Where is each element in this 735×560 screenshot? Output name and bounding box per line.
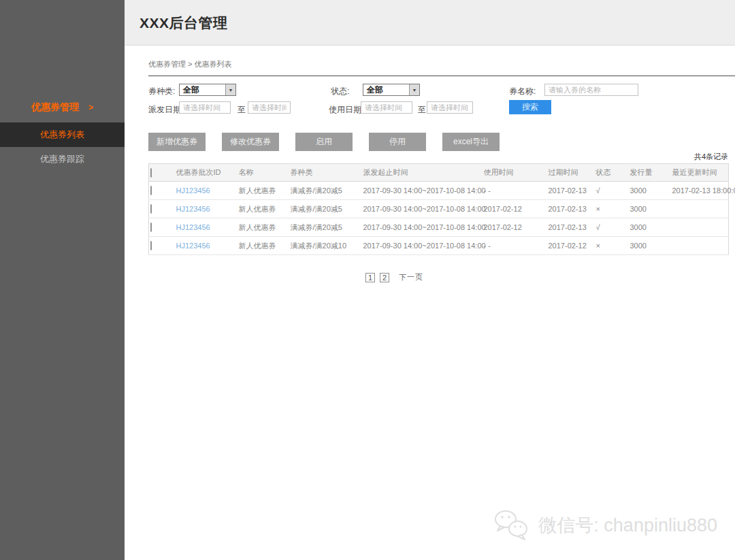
expire-time-cell: 2017-02-13 bbox=[547, 182, 595, 200]
column-header: 券种类 bbox=[289, 164, 362, 182]
status-cell: × bbox=[595, 200, 629, 218]
column-header: 使用时间 bbox=[483, 164, 547, 182]
chevron-down-icon: ▼ bbox=[225, 84, 235, 95]
coupon-table-body: HJ123456 新人优惠券 满减券/满20减5 2017-09-30 14:0… bbox=[149, 182, 729, 255]
row-checkbox-cell bbox=[149, 218, 175, 237]
table-row: HJ123456 新人优惠券 满减券/满20减10 2017-09-30 14:… bbox=[149, 237, 729, 255]
row-checkbox[interactable] bbox=[150, 241, 152, 250]
coupon-batch-id-link[interactable]: HJ123456 bbox=[175, 182, 238, 200]
status-cell: √ bbox=[595, 218, 629, 237]
dispatch-period-cell: 2017-09-30 14:00~2017-10-08 14:00 bbox=[362, 200, 483, 218]
dispatch-period-cell: 2017-09-30 14:00~2017-10-08 14:00 bbox=[362, 218, 483, 237]
page-title: XXX后台管理 bbox=[125, 0, 735, 33]
coupon-name-input[interactable] bbox=[544, 84, 638, 96]
coupon-batch-id-link[interactable]: HJ123456 bbox=[175, 200, 238, 218]
coupon-type-cell: 满减券/满20减5 bbox=[289, 182, 362, 200]
record-count: 共4条记录 bbox=[125, 152, 728, 162]
use-time-cell: 2017-02-12 bbox=[483, 218, 547, 237]
coupon-type-cell: 满减券/满20减10 bbox=[289, 237, 362, 255]
last-updated-cell bbox=[671, 218, 729, 237]
page-number-group: 12 bbox=[365, 273, 389, 282]
table-row: HJ123456 新人优惠券 满减券/满20减5 2017-09-30 14:0… bbox=[149, 200, 729, 218]
use-date-from-input[interactable] bbox=[361, 101, 412, 114]
last-updated-cell bbox=[671, 237, 729, 255]
coupon-name-cell: 新人优惠券 bbox=[238, 218, 289, 237]
row-checkbox-cell bbox=[149, 182, 175, 200]
expire-time-cell: 2017-02-13 bbox=[547, 200, 595, 218]
dispatch-date-to-label: 至 bbox=[238, 104, 246, 116]
breadcrumb-divider bbox=[148, 76, 735, 76]
coupon-type-label: 券种类: bbox=[148, 86, 175, 97]
action-button[interactable]: excel导出 bbox=[442, 133, 500, 151]
dispatch-period-cell: 2017-09-30 14:00~2017-10-08 14:00 bbox=[362, 182, 483, 200]
use-time-cell: 2017-02-12 bbox=[483, 200, 547, 218]
use-time-cell: - - bbox=[483, 182, 547, 200]
use-date-label: 使用日期: bbox=[329, 104, 363, 116]
sidebar-item-coupon-list[interactable]: 优惠券列表 bbox=[0, 122, 125, 147]
action-button-row: 新增优惠券修改优惠券启用停用excel导出 bbox=[148, 133, 735, 151]
pagination: 12 下一页 bbox=[89, 272, 700, 282]
watermark: 微信号: chanpinliu880 bbox=[492, 508, 717, 542]
column-header: 过期时间 bbox=[547, 164, 595, 182]
coupon-table: 优惠券批次ID名称券种类派发起止时间使用时间过期时间状态发行量最近更新时间 HJ… bbox=[148, 163, 728, 255]
column-header: 优惠券批次ID bbox=[175, 164, 238, 182]
status-value: 全部 bbox=[363, 84, 409, 96]
table-row: HJ123456 新人优惠券 满减券/满20减5 2017-09-30 14:0… bbox=[149, 218, 729, 237]
coupon-name-label: 券名称: bbox=[509, 86, 536, 97]
action-button[interactable]: 启用 bbox=[295, 133, 353, 151]
issue-volume-cell: 3000 bbox=[629, 200, 671, 218]
select-all-checkbox[interactable] bbox=[150, 168, 152, 178]
dispatch-date-label: 派发日期: bbox=[148, 104, 183, 116]
page-number-button[interactable]: 2 bbox=[380, 273, 389, 282]
coupon-batch-id-link[interactable]: HJ123456 bbox=[175, 218, 238, 237]
dispatch-date-to-input[interactable] bbox=[248, 101, 291, 114]
search-button[interactable]: 搜索 bbox=[509, 100, 551, 114]
row-checkbox[interactable] bbox=[150, 223, 152, 232]
sidebar-item-coupon-tracking[interactable]: 优惠券跟踪 bbox=[0, 147, 125, 171]
table-header-row: 优惠券批次ID名称券种类派发起止时间使用时间过期时间状态发行量最近更新时间 bbox=[149, 164, 729, 182]
column-header: 派发起止时间 bbox=[362, 164, 483, 182]
last-updated-cell: 2017-02-13 18:00:00 bbox=[671, 182, 729, 200]
dispatch-date-from-input[interactable] bbox=[179, 101, 231, 114]
issue-volume-cell: 3000 bbox=[629, 182, 671, 200]
main-content: 优惠券管理 > 优惠券列表 券种类: 全部 ▼ 状态: 全部 ▼ 券名称: 派发… bbox=[125, 59, 735, 282]
row-checkbox[interactable] bbox=[150, 204, 152, 214]
coupon-name-cell: 新人优惠券 bbox=[238, 182, 289, 200]
coupon-type-cell: 满减券/满20减5 bbox=[289, 200, 362, 218]
action-button[interactable]: 修改优惠券 bbox=[222, 133, 279, 151]
issue-volume-cell: 3000 bbox=[629, 237, 671, 255]
coupon-batch-id-link[interactable]: HJ123456 bbox=[175, 237, 238, 255]
breadcrumb: 优惠券管理 > 优惠券列表 bbox=[148, 59, 735, 69]
status-label: 状态: bbox=[331, 86, 349, 97]
app-header: XXX后台管理 bbox=[125, 0, 735, 46]
next-page-button[interactable]: 下一页 bbox=[399, 272, 423, 282]
coupon-type-select[interactable]: 全部 ▼ bbox=[179, 84, 236, 96]
column-header: 状态 bbox=[595, 164, 629, 182]
table-row: HJ123456 新人优惠券 满减券/满20减5 2017-09-30 14:0… bbox=[149, 182, 729, 200]
expire-time-cell: 2017-02-12 bbox=[547, 237, 595, 255]
row-checkbox[interactable] bbox=[150, 186, 152, 195]
status-cell: × bbox=[595, 237, 629, 255]
sidebar-item-coupon-management[interactable]: 优惠券管理 > bbox=[0, 101, 125, 114]
chevron-right-icon: > bbox=[88, 103, 93, 112]
wechat-icon bbox=[492, 508, 532, 542]
action-button[interactable]: 停用 bbox=[369, 133, 426, 151]
use-date-to-input[interactable] bbox=[427, 101, 473, 114]
dispatch-period-cell: 2017-09-30 14:00~2017-10-08 14:00 bbox=[362, 237, 483, 255]
coupon-type-cell: 满减券/满20减5 bbox=[289, 218, 362, 237]
use-time-cell: - - bbox=[483, 237, 547, 255]
status-select[interactable]: 全部 ▼ bbox=[363, 84, 420, 96]
row-checkbox-cell bbox=[149, 200, 175, 218]
page-number-button[interactable]: 1 bbox=[365, 273, 375, 282]
column-header: 名称 bbox=[238, 164, 289, 182]
last-updated-cell bbox=[671, 200, 729, 218]
column-header: 发行量 bbox=[629, 164, 671, 182]
action-button[interactable]: 新增优惠券 bbox=[148, 133, 206, 151]
sidebar-parent-label: 优惠券管理 bbox=[31, 101, 79, 114]
status-cell: √ bbox=[595, 182, 629, 200]
coupon-name-cell: 新人优惠券 bbox=[238, 237, 289, 255]
chevron-down-icon: ▼ bbox=[409, 84, 419, 95]
coupon-name-cell: 新人优惠券 bbox=[238, 200, 289, 218]
column-header: 最近更新时间 bbox=[671, 164, 729, 182]
coupon-type-value: 全部 bbox=[180, 84, 225, 96]
